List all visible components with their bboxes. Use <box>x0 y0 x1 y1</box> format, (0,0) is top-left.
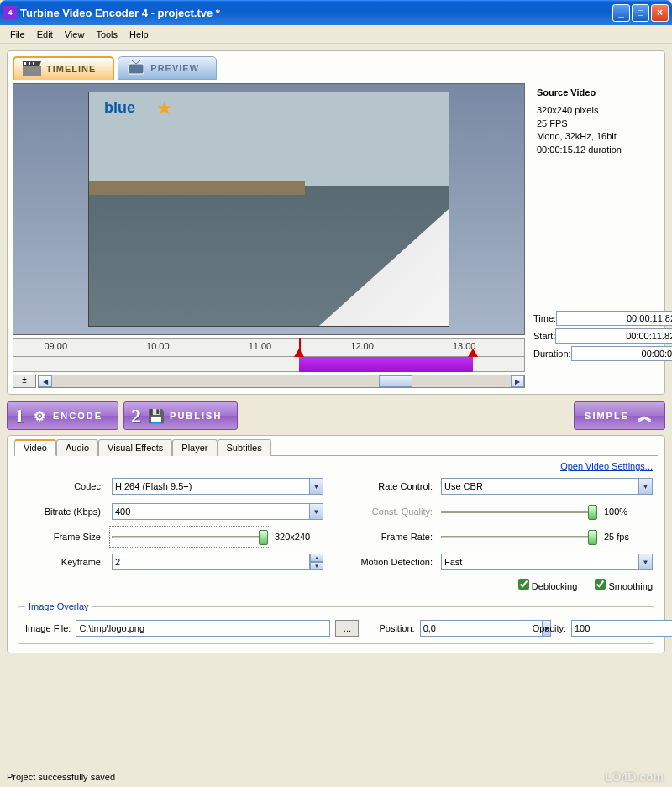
svg-rect-3 <box>29 62 30 65</box>
subtab-player[interactable]: Player <box>172 439 217 456</box>
zoom-button[interactable]: ± <box>13 375 36 388</box>
spin-down-icon[interactable]: ▼ <box>310 562 323 570</box>
motion-detection-select[interactable]: ▼ <box>441 554 653 570</box>
publish-button[interactable]: 2 💾 PUBLISH <box>123 401 238 430</box>
position-select[interactable]: ▼ <box>420 620 512 637</box>
frame-rate-slider[interactable] <box>441 528 597 545</box>
subtab-visual-effects[interactable]: Visual Effects <box>98 439 172 456</box>
disk-icon: 💾 <box>148 407 166 425</box>
menu-help[interactable]: Help <box>124 28 154 41</box>
star-icon: ★ <box>156 97 173 119</box>
gears-icon: ⚙ <box>31 407 50 425</box>
duration-field[interactable] <box>571 346 672 361</box>
menu-view[interactable]: View <box>60 28 90 41</box>
status-text: Project successfully saved <box>7 772 115 782</box>
menu-tools[interactable]: Tools <box>91 28 123 41</box>
svg-line-7 <box>136 60 140 64</box>
timeline-scrollbar[interactable]: ◀ ▶ <box>38 375 525 388</box>
image-file-field[interactable] <box>76 620 330 637</box>
chevron-down-icon: ▼ <box>638 478 653 495</box>
chevron-down-icon: ▼ <box>309 503 323 520</box>
bitrate-select[interactable]: ▼ <box>112 503 323 520</box>
menubar: File Edit View Tools Help <box>0 25 672 44</box>
rate-control-select[interactable]: ▼ <box>441 478 653 495</box>
svg-rect-5 <box>129 64 144 74</box>
scroll-left-icon[interactable]: ◀ <box>39 375 52 387</box>
encode-button[interactable]: 1 ⚙ ENCODE <box>7 401 118 430</box>
menu-edit[interactable]: Edit <box>32 28 58 41</box>
chevron-down-icon: ▼ <box>309 478 323 495</box>
window-title: Turbine Video Encoder 4 - project.tve * <box>20 7 612 19</box>
frame-size-slider[interactable] <box>112 528 268 545</box>
time-field[interactable] <box>556 311 672 326</box>
titlebar: 4 Turbine Video Encoder 4 - project.tve … <box>0 0 672 25</box>
svg-rect-0 <box>23 66 41 76</box>
keyframe-spinner[interactable]: ▲▼ <box>112 554 323 570</box>
start-field[interactable] <box>555 328 672 344</box>
svg-rect-2 <box>24 62 26 65</box>
opacity-select[interactable]: ▼ <box>571 620 647 637</box>
source-heading: Source Video <box>537 87 656 99</box>
deblocking-checkbox[interactable]: Deblocking <box>518 581 577 591</box>
subtab-subtitles[interactable]: Subtitles <box>218 439 271 456</box>
simple-button[interactable]: SIMPLE ︽ <box>574 401 665 430</box>
settings-panel: Video Audio Visual Effects Player Subtit… <box>7 435 665 653</box>
watermark: LO4D.com <box>605 770 664 784</box>
const-quality-slider[interactable] <box>441 503 597 520</box>
svg-rect-4 <box>33 62 34 65</box>
tv-icon <box>127 60 145 76</box>
status-bar: Project successfully saved <box>0 769 672 787</box>
codec-select[interactable]: ▼ <box>112 478 323 495</box>
close-button[interactable]: × <box>651 4 669 22</box>
tab-preview-label: PREVIEW <box>150 63 199 73</box>
menu-file[interactable]: File <box>5 28 30 41</box>
app-icon: 4 <box>3 6 17 19</box>
preview-panel: TIMELINE PREVIEW blue ★ <box>7 50 665 395</box>
source-info: Source Video 320x240 pixels 25 FPS Mono,… <box>533 83 659 160</box>
scroll-thumb[interactable] <box>379 375 412 387</box>
subtab-video[interactable]: Video <box>14 439 56 456</box>
tab-preview[interactable]: PREVIEW <box>118 56 217 80</box>
smoothing-checkbox[interactable]: Smoothing <box>595 581 653 591</box>
chevron-down-icon: ▼ <box>638 554 653 570</box>
clapper-icon <box>23 61 41 76</box>
minimize-button[interactable]: _ <box>612 4 630 22</box>
svg-line-6 <box>132 60 136 64</box>
chevron-up-icon: ︽ <box>638 406 654 426</box>
spin-up-icon[interactable]: ▲ <box>310 554 323 562</box>
tab-timeline-label: TIMELINE <box>46 64 96 74</box>
subtab-audio[interactable]: Audio <box>56 439 98 456</box>
video-preview[interactable]: blue ★ <box>13 83 525 335</box>
timeline-selection[interactable] <box>13 357 525 372</box>
image-overlay-group: Image Overlay Image File: ... Position: … <box>18 601 654 644</box>
scroll-right-icon[interactable]: ▶ <box>511 375 524 387</box>
timeline-ruler[interactable]: 09.00 10.00 11.00 12.00 13.00 <box>13 338 525 357</box>
overlay-logo: blue <box>104 99 135 117</box>
tab-timeline[interactable]: TIMELINE <box>13 56 114 80</box>
browse-button[interactable]: ... <box>335 620 359 637</box>
maximize-button[interactable]: □ <box>632 4 649 22</box>
open-video-settings-link[interactable]: Open Video Settings... <box>560 461 653 471</box>
marker-start[interactable] <box>294 349 304 357</box>
marker-end[interactable] <box>468 349 478 357</box>
